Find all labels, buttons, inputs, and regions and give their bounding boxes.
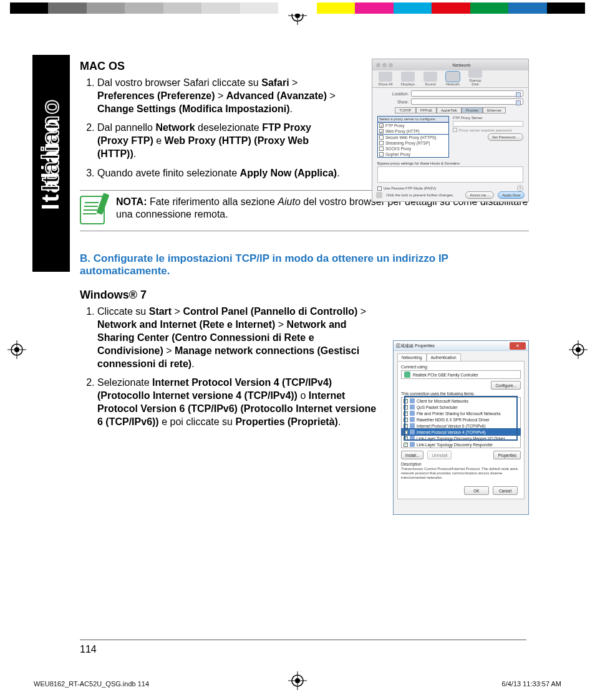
proxy-option[interactable]: Streaming Proxy (RTSP) (378, 140, 448, 146)
tcp-section-heading: B. Configurate le impostazioni TCP/IP in… (80, 252, 529, 278)
print-meta-footer: WEU8162_RT-AC52U_QSG.indb 114 6/4/13 11:… (34, 680, 561, 688)
ftp-proxy-label: FTP Proxy Server (453, 116, 523, 120)
windows-tab[interactable]: Authentication (427, 353, 461, 361)
proxy-option[interactable]: ✓Web Proxy (HTTP) (378, 128, 448, 134)
properties-button[interactable]: Properties (493, 451, 521, 459)
macos-prefs-toolbar: Show AllDisplaysSoundNetworkStartup Disk (372, 70, 528, 88)
proxy-option[interactable]: SOCKS Proxy (378, 146, 448, 151)
registration-mark-icon (569, 340, 588, 359)
bypass-label: Bypass proxy settings for these Hosts & … (377, 161, 523, 165)
macos-steps-list: Dal vostro browser Safari cliccate su Sa… (80, 77, 342, 180)
registration-mark-icon (7, 340, 26, 359)
set-password-button[interactable]: Set Password… (488, 133, 523, 141)
windows-tab[interactable]: Networking (397, 353, 427, 361)
proxy-option[interactable]: Secure Web Proxy (HTTPS) (378, 135, 448, 140)
checkbox-icon[interactable] (404, 443, 408, 447)
list-item: Quando avete finito selezionate Apply No… (97, 167, 342, 180)
source-file-label: WEU8162_RT-AC52U_QSG.indb 114 (34, 680, 149, 688)
macos-titlebar: Network (372, 59, 528, 70)
adapter-field: Realtek PCIe GBE Family Controller (401, 370, 521, 379)
ok-button[interactable]: OK (464, 486, 489, 495)
macos-tab[interactable]: TCP/IP (395, 107, 415, 113)
list-item: Selezionate Internet Protocol Version 4 … (97, 376, 379, 428)
location-select[interactable] (411, 90, 523, 97)
connect-using-label: Connect using: (401, 365, 521, 369)
prefs-toolbar-item[interactable]: Network (445, 72, 461, 86)
proxy-list: Select a proxy server to configure: ✓FTP… (377, 116, 449, 158)
uninstall-button[interactable]: Uninstall (427, 451, 452, 459)
note-icon (80, 196, 105, 224)
lock-text: Click the lock to prevent further change… (386, 193, 454, 197)
install-button[interactable]: Install... (401, 451, 423, 459)
description-label: Description (401, 462, 521, 466)
assist-me-button[interactable]: Assist me… (465, 191, 494, 199)
proxy-password-checkbox[interactable]: Proxy server requires password (453, 128, 523, 132)
description-body: Transmission Control Protocol/Internet P… (401, 466, 521, 480)
proxy-server-input[interactable] (453, 121, 523, 127)
page-footer: 114 (80, 640, 526, 655)
proxy-option[interactable]: Gopher Proxy (378, 151, 448, 157)
highlight-frame (404, 396, 518, 441)
pasv-label: Use Passive FTP Mode (PASV) (384, 186, 436, 190)
prefs-toolbar-item[interactable]: Show All (377, 72, 394, 86)
macos-tab[interactable]: AppleTalk (437, 107, 462, 113)
list-item: Dal pannello Network deselezionate FTP P… (97, 122, 342, 160)
prefs-toolbar-item[interactable]: Displays (400, 72, 416, 86)
network-item-row[interactable]: Link-Layer Topology Discovery Responder (402, 441, 520, 448)
zoom-icon (389, 63, 393, 67)
macos-window-title: Network (395, 62, 528, 68)
proxy-list-header: Select a proxy server to configure: (378, 117, 448, 122)
macos-tab[interactable]: Proxies (462, 107, 483, 113)
prefs-toolbar-item[interactable]: Startup Disk (467, 68, 483, 86)
macos-tab[interactable]: PPPoE (416, 107, 437, 113)
page-number: 114 (80, 644, 526, 655)
windows-dialog-title: 區域連線 Properties (396, 343, 510, 349)
items-list-label: This connection uses the following items… (401, 391, 521, 396)
macos-tab[interactable]: Ethernet (483, 107, 506, 113)
timestamp-label: 6/4/13 11:33:57 AM (502, 680, 561, 688)
windows-properties-dialog: 區域連線 Properties ✕ NetworkingAuthenticati… (393, 340, 529, 515)
pasv-checkbox[interactable] (377, 186, 382, 191)
windows-section-title: Windows® 7 (80, 289, 529, 302)
prefs-toolbar-item[interactable]: Sound (422, 72, 438, 86)
language-tab: Italiano Italiano (32, 55, 70, 272)
windows-steps-list: Cliccate su Start > Control Panel (Panne… (80, 305, 379, 428)
print-color-bar (10, 2, 585, 14)
show-select[interactable] (411, 98, 523, 105)
component-icon (410, 442, 415, 447)
apply-now-button[interactable]: Apply Now (498, 191, 525, 199)
macos-tabs: TCP/IPPPPoEAppleTalkProxiesEthernet (377, 107, 523, 113)
configure-button[interactable]: Configure... (491, 381, 521, 390)
location-label: Location: (377, 92, 409, 96)
proxy-option[interactable]: ✓FTP Proxy (378, 123, 448, 128)
close-icon (376, 63, 380, 67)
help-icon[interactable]: ? (517, 185, 523, 191)
bypass-textarea[interactable] (377, 166, 523, 183)
windows-tabs: NetworkingAuthentication (394, 351, 528, 361)
list-item: Dal vostro browser Safari cliccate su Sa… (97, 77, 342, 115)
list-item: Cliccate su Start > Control Panel (Panne… (97, 305, 379, 370)
macos-network-dialog: Network Show AllDisplaysSoundNetworkStar… (372, 59, 529, 202)
cancel-button[interactable]: Cancel (493, 486, 518, 495)
minimize-icon (382, 63, 387, 67)
adapter-icon (404, 372, 410, 378)
close-button[interactable]: ✕ (510, 342, 526, 350)
show-label: Show: (377, 100, 409, 104)
lock-icon[interactable] (376, 192, 382, 198)
